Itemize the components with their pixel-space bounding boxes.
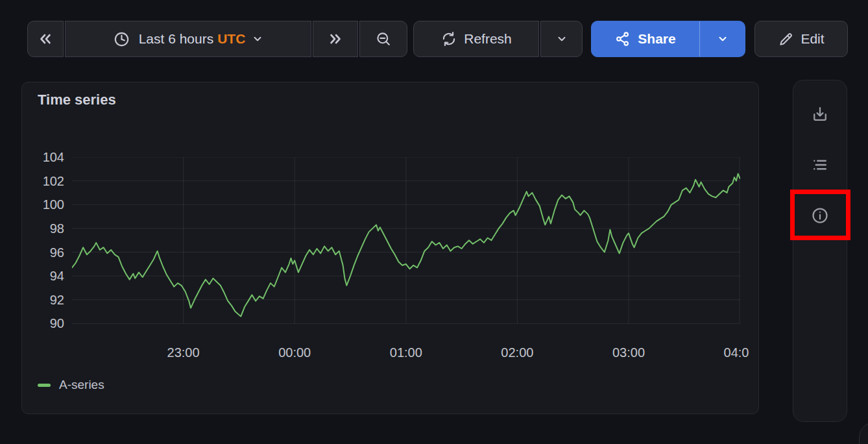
double-chevron-right-icon bbox=[328, 31, 343, 47]
legend-series-label: A-series bbox=[59, 378, 104, 392]
x-tick-label: 04:00 bbox=[724, 345, 749, 360]
chevron-down-icon bbox=[556, 33, 568, 45]
y-tick-label: 96 bbox=[22, 244, 64, 261]
refresh-label: Refresh bbox=[464, 31, 512, 47]
edit-button[interactable]: Edit bbox=[754, 21, 848, 57]
zoom-out-icon bbox=[375, 31, 392, 48]
time-range-label: Last 6 hours bbox=[139, 31, 214, 47]
legend-series-swatch bbox=[38, 384, 51, 387]
partial-panel-corner bbox=[859, 422, 868, 444]
y-tick-label: 100 bbox=[22, 196, 64, 213]
refresh-group: Refresh bbox=[413, 21, 583, 57]
time-nav-group: Last 6 hours UTC bbox=[27, 21, 407, 57]
clock-icon bbox=[113, 31, 130, 48]
x-tick-label: 23:00 bbox=[167, 345, 200, 360]
share-label: Share bbox=[638, 31, 675, 47]
zoom-out-button[interactable] bbox=[359, 21, 407, 57]
chevron-down-icon bbox=[717, 33, 729, 45]
x-tick-label: 01:00 bbox=[390, 345, 422, 360]
x-tick-label: 03:00 bbox=[612, 345, 645, 360]
info-icon bbox=[810, 206, 830, 225]
y-tick-label: 98 bbox=[22, 220, 64, 237]
pencil-icon bbox=[778, 31, 794, 47]
timeseries-panel: Time series 1041021009896949290 23:0000:… bbox=[21, 82, 759, 414]
time-shift-forward-button[interactable] bbox=[313, 21, 358, 57]
list-button[interactable] bbox=[793, 151, 847, 179]
download-button[interactable] bbox=[793, 100, 847, 129]
grafana-dashboard: Last 6 hours UTC bbox=[0, 0, 868, 444]
download-icon bbox=[810, 105, 830, 124]
timeseries-chart[interactable] bbox=[72, 157, 740, 325]
double-chevron-left-icon bbox=[38, 31, 53, 47]
edit-label: Edit bbox=[801, 31, 824, 47]
x-tick-label: 02:00 bbox=[501, 345, 533, 360]
y-tick-label: 104 bbox=[22, 149, 64, 166]
time-range-picker[interactable]: Last 6 hours UTC bbox=[65, 21, 311, 57]
list-icon bbox=[810, 155, 830, 175]
y-tick-label: 90 bbox=[22, 315, 64, 332]
chevron-down-icon bbox=[252, 33, 263, 45]
x-tick-label: 00:00 bbox=[278, 345, 311, 360]
panel-actions-sidebar bbox=[793, 80, 847, 422]
info-button[interactable] bbox=[793, 201, 847, 230]
y-tick-label: 94 bbox=[22, 267, 64, 284]
share-button[interactable]: Share bbox=[591, 21, 699, 57]
chart-area: 1041021009896949290 23:0000:0001:0002:00… bbox=[22, 82, 749, 413]
refresh-icon bbox=[440, 31, 457, 47]
timezone-label: UTC bbox=[217, 31, 245, 47]
share-dropdown[interactable] bbox=[699, 21, 745, 57]
y-tick-label: 92 bbox=[22, 291, 64, 308]
refresh-interval-dropdown[interactable] bbox=[540, 21, 583, 57]
share-group: Share bbox=[591, 21, 745, 57]
y-tick-label: 102 bbox=[22, 173, 64, 190]
time-shift-back-button[interactable] bbox=[27, 21, 64, 57]
refresh-button[interactable]: Refresh bbox=[413, 21, 539, 57]
legend-item[interactable]: A-series bbox=[38, 378, 104, 392]
share-icon bbox=[614, 31, 631, 47]
edit-group: Edit bbox=[754, 21, 848, 57]
